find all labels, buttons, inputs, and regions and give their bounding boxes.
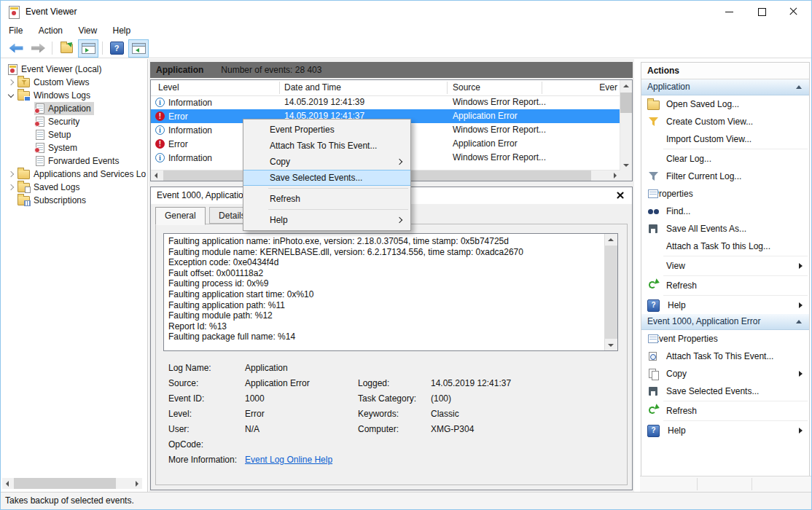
column-divider[interactable] <box>279 82 280 94</box>
action-attach-task-to-this-event[interactable]: Attach Task To This Event... <box>641 348 809 365</box>
tree-item-windows-logs[interactable]: Windows Logs <box>1 89 147 102</box>
action-attach-a-task-to-this-log[interactable]: Attach a Task To this Log... <box>641 238 809 255</box>
description-line: Faulting process id: 0x%9 <box>168 278 601 289</box>
action-import-custom-view[interactable]: Import Custom View... <box>641 130 809 148</box>
export-log-button[interactable] <box>56 39 77 58</box>
show-console-tree-button[interactable] <box>78 39 98 58</box>
actions-section-application[interactable]: Application <box>641 79 809 95</box>
column-event-id-truncated[interactable]: Ever <box>599 80 617 95</box>
scrollbar-thumb[interactable] <box>605 246 617 339</box>
context-menu-event-properties[interactable]: Event Properties <box>243 122 410 138</box>
collapse-arrow-icon[interactable] <box>796 320 802 323</box>
context-menu-attach-task-to-this-event[interactable]: Attach Task To This Event... <box>243 138 410 154</box>
expand-chevron-icon[interactable] <box>7 78 16 87</box>
forward-button[interactable] <box>28 39 48 58</box>
action-properties[interactable]: Properties <box>641 185 809 203</box>
action-event-properties[interactable]: Event Properties <box>641 330 809 348</box>
column-level[interactable]: Level <box>158 80 179 95</box>
column-divider[interactable] <box>542 82 542 94</box>
tree-item-setup[interactable]: Setup <box>1 128 147 141</box>
tree-item-subscriptions[interactable]: Subscriptions <box>1 194 147 207</box>
tree-item-custom-views[interactable]: Custom Views <box>1 76 147 89</box>
help-button[interactable] <box>106 39 127 58</box>
scroll-down-arrow-icon[interactable] <box>620 160 632 170</box>
context-menu-help[interactable]: Help <box>243 212 410 228</box>
scroll-left-arrow-icon[interactable] <box>2 478 13 489</box>
menu-item-label: Help <box>270 215 288 225</box>
menu-file[interactable]: File <box>2 23 29 39</box>
close-button[interactable] <box>777 1 810 23</box>
tree-horizontal-scrollbar[interactable] <box>2 478 142 489</box>
user-label: User: <box>168 424 190 434</box>
action-open-saved-log[interactable]: Open Saved Log... <box>641 95 809 113</box>
minimize-button[interactable] <box>713 1 746 23</box>
action-save-selected-events[interactable]: Save Selected Events... <box>641 382 809 400</box>
tree-item-forwarded-events[interactable]: Forwarded Events <box>1 154 147 168</box>
column-divider[interactable] <box>447 82 448 94</box>
context-menu-copy[interactable]: Copy <box>243 154 410 170</box>
menu-help[interactable]: Help <box>106 23 138 39</box>
close-preview-icon[interactable] <box>615 190 626 201</box>
scrollbar-corner <box>620 170 632 181</box>
tree-item-system[interactable]: System <box>1 141 147 154</box>
expand-chevron-icon[interactable] <box>7 183 16 192</box>
collapse-arrow-icon[interactable] <box>796 85 802 89</box>
event-log-online-help-link[interactable]: Event Log Online Help <box>245 455 332 465</box>
tab-general[interactable]: General <box>155 207 206 225</box>
funnel-yellow-icon <box>647 116 660 128</box>
tree-item-label: System <box>48 143 77 153</box>
expand-chevron-icon[interactable] <box>7 170 16 179</box>
scroll-up-arrow-icon[interactable] <box>620 80 632 91</box>
menu-view[interactable]: View <box>71 23 104 39</box>
action-refresh[interactable]: Refresh <box>641 277 809 294</box>
event-viewer-icon <box>8 64 17 75</box>
tree-item-application[interactable]: Application <box>1 102 147 115</box>
list-vertical-scrollbar[interactable] <box>620 80 632 170</box>
action-label: Import Custom View... <box>666 134 752 144</box>
maximize-button[interactable] <box>746 1 778 23</box>
action-save-all-events-as[interactable]: Save All Events As... <box>641 220 809 238</box>
menu-item-label: Save Selected Events... <box>270 173 362 183</box>
action-refresh-event[interactable]: Refresh <box>641 402 809 420</box>
menu-action[interactable]: Action <box>32 23 69 39</box>
action-help[interactable]: Help <box>641 297 809 314</box>
event-log-icon <box>36 103 44 114</box>
tree-item-security[interactable]: Security <box>1 115 147 128</box>
description-vertical-scrollbar[interactable] <box>604 234 617 350</box>
description-line: Report Id: %13 <box>168 321 601 332</box>
tree-item-saved-logs[interactable]: Saved Logs <box>1 181 147 194</box>
scroll-right-arrow-icon[interactable] <box>609 170 620 180</box>
show-action-pane-button[interactable] <box>128 39 149 58</box>
properties-icon <box>647 188 660 200</box>
scroll-left-arrow-icon[interactable] <box>151 170 162 180</box>
column-date-and-time[interactable]: Date and Time <box>284 80 341 95</box>
tree-item-applications-and-services-logs[interactable]: Applications and Services Lo <box>1 168 147 181</box>
action-copy[interactable]: Copy <box>641 365 809 382</box>
context-menu-refresh[interactable]: Refresh <box>243 191 410 207</box>
action-help-event[interactable]: Help <box>641 422 809 439</box>
scroll-down-arrow-icon[interactable] <box>605 340 617 350</box>
scrollbar-thumb[interactable] <box>14 478 116 489</box>
action-clear-log[interactable]: Clear Log... <box>641 150 809 168</box>
scroll-up-arrow-icon[interactable] <box>605 234 617 245</box>
back-button[interactable] <box>6 39 26 58</box>
source-value: Application Error <box>245 378 310 388</box>
log-name-label: Log Name: <box>168 363 211 373</box>
action-view[interactable]: View <box>641 257 809 275</box>
scrollbar-thumb[interactable] <box>620 93 632 113</box>
action-label: Attach Task To This Event... <box>666 351 773 361</box>
context-menu-save-selected-events[interactable]: Save Selected Events... <box>243 170 410 186</box>
menu-item-label: Copy <box>270 157 290 167</box>
action-create-custom-view[interactable]: Create Custom View... <box>641 113 809 130</box>
actions-section-event-1000[interactable]: Event 1000, Application Error <box>641 314 809 330</box>
tree-item-event-viewer-local[interactable]: Event Viewer (Local) <box>1 63 147 76</box>
event-row[interactable]: Information 14.05.2019 12:41:39 Windows … <box>151 95 620 109</box>
task-category-value: (100) <box>431 393 451 404</box>
collapse-chevron-icon[interactable] <box>7 91 16 101</box>
general-tab-panel: Faulting application name: inPhoto.exe, … <box>155 224 628 485</box>
action-find[interactable]: Find... <box>641 203 809 220</box>
scroll-right-arrow-icon[interactable] <box>131 478 142 489</box>
action-filter-current-log[interactable]: Filter Current Log... <box>641 168 809 185</box>
column-source[interactable]: Source <box>453 80 480 95</box>
event-description-box[interactable]: Faulting application name: inPhoto.exe, … <box>163 233 618 351</box>
